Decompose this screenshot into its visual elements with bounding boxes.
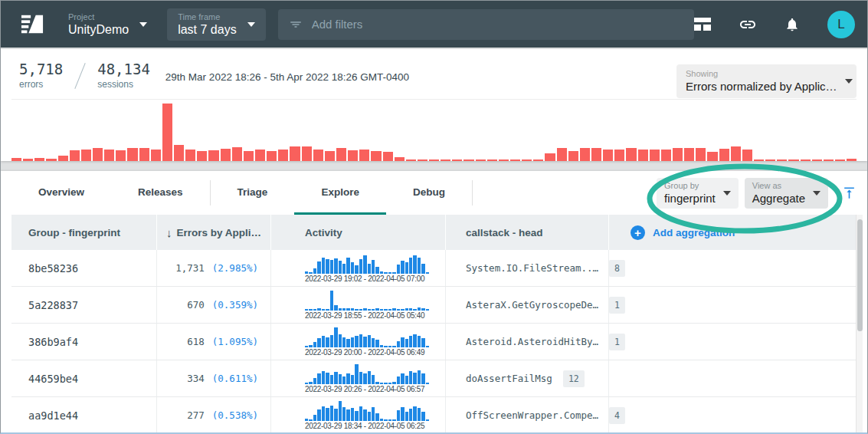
chevron-down-icon — [139, 22, 147, 27]
showing-label: Showing — [686, 69, 837, 79]
sparkline-bar — [326, 373, 329, 384]
project-label: Project — [68, 12, 129, 22]
filters-search-box[interactable] — [278, 9, 694, 40]
scrollbar-thumb[interactable] — [857, 219, 863, 331]
sparkline-bar — [375, 267, 378, 274]
project-selector[interactable]: Project UnityDemo — [68, 12, 147, 37]
sparkline-bar — [313, 309, 316, 311]
sparkline-bar — [426, 309, 429, 311]
sparkline-bar — [359, 334, 362, 347]
sparkline-bar — [322, 258, 325, 274]
callstack-text: OffScreenWrapper.Compe… — [466, 409, 598, 421]
fingerprint-cell[interactable]: 8be58236 — [11, 250, 156, 286]
view-as-value: Aggregate — [752, 191, 805, 205]
add-aggregation-button[interactable]: + Add aggregation — [608, 215, 857, 250]
histogram-bar — [23, 159, 33, 161]
tab-overview[interactable]: Overview — [11, 171, 111, 215]
sparkline-bar — [368, 264, 371, 274]
tab-releases[interactable]: Releases — [111, 171, 210, 215]
histogram-bar — [162, 104, 172, 161]
fingerprint-cell[interactable]: 44659be4 — [11, 360, 156, 396]
tab-debug[interactable]: Debug — [386, 171, 472, 215]
table-row[interactable]: aa9d1e44277(0.538%)2022-03-29 18:34 - 20… — [11, 397, 857, 434]
histogram-bar — [348, 150, 358, 161]
sparkline-bar — [388, 272, 391, 274]
aggregation-cell-empty — [608, 324, 857, 360]
sparkline-bar — [421, 412, 424, 421]
tab-explore[interactable]: Explore — [294, 171, 386, 215]
activity-sparkline[interactable]: 2022-03-29 19:02 - 2022-04-05 07:00 — [305, 253, 429, 286]
column-header-activity[interactable]: Activity — [270, 215, 445, 250]
column-header-errors[interactable]: ↓ Errors by Appli… — [156, 215, 270, 250]
sparkline-bar — [309, 382, 312, 384]
column-header-fingerprint[interactable]: Group - fingerprint — [11, 215, 156, 250]
callstack-cell: System.IO.FileStream..…8 — [445, 250, 608, 286]
errors-percent: (1.095%) — [212, 336, 258, 347]
activity-sparkline[interactable]: 2022-03-29 20:00 - 2022-04-05 06:49 — [305, 327, 429, 360]
activity-sparkline[interactable]: 2022-03-29 18:34 - 2022-04-05 06:25 — [305, 400, 429, 433]
dashboard-icon[interactable] — [694, 18, 711, 31]
fingerprint-cell[interactable]: 386b9af4 — [11, 324, 156, 360]
errors-cell: 277(0.538%) — [156, 397, 270, 433]
sparkline-bar — [413, 255, 416, 274]
sparkline-bar — [317, 308, 320, 311]
timeframe-selector[interactable]: Time frame last 7 days — [167, 8, 265, 41]
histogram-bar — [847, 159, 857, 161]
avatar[interactable]: L — [827, 11, 855, 38]
sparkline-bar — [339, 374, 342, 384]
scroll-to-top-icon[interactable] — [842, 186, 857, 200]
callstack-count-badge: 12 — [563, 370, 585, 387]
errors-histogram[interactable] — [11, 99, 857, 161]
timeframe-value: last 7 days — [178, 22, 236, 37]
table-row[interactable]: 44659be4334(0.611%)2022-03-29 20:26 - 20… — [11, 360, 857, 397]
view-as-selector[interactable]: View as Aggregate — [745, 178, 828, 209]
histogram-bar — [46, 159, 56, 161]
errors-value: 670 — [187, 299, 205, 311]
histogram-bar — [359, 150, 369, 161]
table-row[interactable]: 386b9af4618(1.095%)2022-03-29 20:00 - 20… — [11, 324, 857, 360]
showing-selector[interactable]: Showing Errors normalized by Applic… — [676, 64, 857, 98]
histogram-bar — [487, 159, 497, 161]
errors-cell: 618(1.095%) — [156, 324, 270, 360]
histogram-bar — [812, 159, 822, 161]
sparkline-bar — [351, 337, 354, 347]
sparkline-bar — [418, 307, 421, 311]
histogram-bar — [93, 148, 103, 161]
sparkline-bar — [413, 334, 416, 347]
fingerprint-cell[interactable]: 5a228837 — [11, 287, 156, 323]
sparkline-bars — [305, 327, 429, 347]
fingerprint-cell[interactable]: aa9d1e44 — [11, 397, 156, 433]
activity-sparkline[interactable]: 2022-03-29 18:55 - 2022-04-05 05:40 — [305, 290, 429, 323]
column-header-callstack[interactable]: callstack - head — [445, 215, 608, 250]
sparkline-bar — [351, 375, 354, 384]
backtrace-logo-icon[interactable] — [21, 13, 44, 36]
sparkline-bar — [330, 335, 333, 347]
plus-icon: + — [631, 225, 645, 240]
sparkline-bar — [405, 308, 408, 311]
filters-input[interactable] — [312, 18, 683, 31]
group-by-selector[interactable]: Group by fingerprint — [657, 178, 739, 209]
sparkline-bar — [317, 261, 320, 274]
sparkline-bar — [426, 272, 429, 274]
histogram-bar — [719, 149, 729, 161]
sparkline-bar — [322, 406, 325, 421]
histogram-bar — [127, 148, 137, 161]
errors-cell: 1,731(2.985%) — [156, 250, 270, 286]
sparkline-bar — [330, 406, 333, 421]
sparkline-bar — [339, 261, 342, 274]
histogram-bar — [70, 150, 80, 161]
histogram-bar — [568, 151, 578, 161]
histogram-bar — [661, 150, 671, 161]
vertical-scrollbar[interactable] — [856, 215, 863, 432]
activity-cell: 2022-03-29 18:55 - 2022-04-05 05:40 — [270, 287, 445, 323]
sparkline-bars — [305, 400, 429, 421]
table-row[interactable]: 5a228837670(0.359%)2022-03-29 18:55 - 20… — [11, 287, 857, 324]
bell-icon[interactable] — [784, 16, 800, 33]
link-icon[interactable] — [739, 15, 757, 34]
tab-triage[interactable]: Triage — [211, 171, 295, 215]
sparkline-bar — [322, 309, 325, 311]
table-row[interactable]: 8be582361,731(2.985%)2022-03-29 19:02 - … — [11, 250, 857, 287]
error-summary-card: 5,718 errors 48,134 sessions 29th Mar 20… — [1, 49, 867, 161]
sparkline-bars — [305, 363, 429, 384]
activity-sparkline[interactable]: 2022-03-29 20:26 - 2022-04-05 06:57 — [305, 363, 429, 396]
